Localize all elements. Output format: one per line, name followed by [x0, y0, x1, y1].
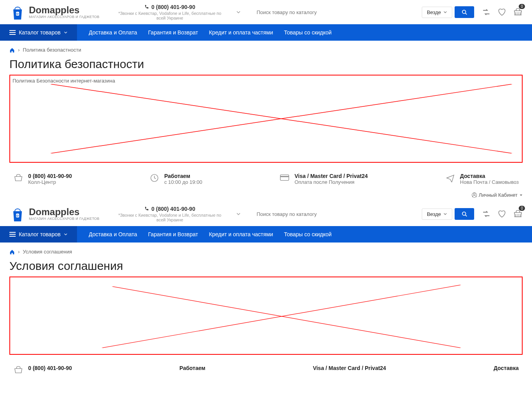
home-icon[interactable]	[9, 249, 15, 255]
phone-note: *Звонки с Киевстар, Vodafone и Life, бес…	[115, 11, 224, 20]
page-title: Политика безопастности	[0, 55, 532, 75]
page-title: Условия соглашения	[0, 257, 532, 277]
navbar: Каталог товаров Доставка и Оплата Гарант…	[0, 226, 532, 243]
breadcrumb-sep: ›	[18, 47, 20, 53]
plane-icon	[479, 365, 489, 375]
brand-tagline: МАГАЗИН АКСЕССУАРОВ И ГАДЖЕТОВ	[29, 15, 99, 19]
breadcrumb-current: Политика безопастности	[23, 47, 81, 53]
phone-note: *Звонки с Киевстар, Vodafone и Life, бес…	[115, 213, 224, 222]
svg-text:D: D	[16, 214, 19, 217]
phone-number: 0 (800) 401-90-90	[151, 4, 195, 10]
header-icons: 0	[482, 8, 523, 16]
nav-credit[interactable]: Кредит и оплата частями	[209, 231, 273, 237]
search-input[interactable]	[255, 208, 421, 220]
bag-icon: D	[9, 206, 26, 222]
cart-icon[interactable]: 0	[513, 8, 523, 16]
info-pay-sub: Оплата после Получения	[294, 179, 367, 185]
svg-point-17	[473, 193, 475, 195]
search-button[interactable]	[455, 208, 474, 220]
search-category-label: Везде	[427, 211, 441, 217]
svg-text:D: D	[16, 12, 19, 16]
info-hours-sub: с 10:00 до 19:00	[164, 179, 202, 185]
compare-icon[interactable]	[482, 9, 491, 16]
search-category-dropdown[interactable]: Везде	[422, 208, 452, 220]
info-phone-sub: Колл-Центр	[28, 179, 72, 185]
content-placeholder	[9, 277, 523, 355]
account-dropdown[interactable]: Личный Кабинет	[472, 192, 523, 198]
header-phone: 0 (800) 401-90-90 *Звонки с Киевстар, Vo…	[115, 206, 224, 222]
svg-line-3	[466, 13, 467, 15]
chevron-down-icon[interactable]	[236, 10, 241, 14]
header: D Domapples МАГАЗИН АКСЕССУАРОВ И ГАДЖЕТ…	[0, 0, 532, 24]
svg-point-2	[462, 10, 466, 14]
svg-line-22	[466, 215, 467, 217]
header: D Domapples МАГАЗИН АКСЕССУАРОВ И ГАДЖЕТ…	[0, 202, 532, 226]
placeholder-cross-icon	[10, 277, 522, 354]
chevron-down-icon[interactable]	[236, 212, 241, 216]
info-ship-title: Доставка	[494, 365, 519, 371]
phone-number: 0 (800) 401-90-90	[151, 206, 195, 212]
clock-icon	[149, 173, 159, 183]
brand-name: Domapples	[29, 207, 99, 217]
wishlist-icon[interactable]	[498, 210, 506, 218]
placeholder-cross-icon	[10, 75, 522, 162]
info-ship-sub: Нова Почта / Самовывоз	[460, 179, 519, 185]
info-ship-title: Доставка	[460, 173, 519, 179]
menu-icon	[9, 232, 16, 237]
home-icon[interactable]	[9, 47, 15, 53]
nav-sale[interactable]: Товары со скидкой	[284, 29, 332, 36]
card-icon	[298, 365, 308, 375]
menu-icon	[9, 30, 16, 35]
nav-delivery[interactable]: Доставка и Оплата	[89, 231, 137, 237]
info-pay-title: Visa / Master Card / Privat24	[294, 173, 367, 179]
phone-icon	[144, 5, 149, 9]
basket-icon	[13, 173, 23, 183]
cart-icon[interactable]: 0	[513, 210, 523, 218]
svg-line-13	[51, 84, 512, 153]
svg-line-31	[113, 287, 460, 348]
account-label: Личный Кабинет	[479, 192, 518, 198]
phone-icon	[144, 207, 149, 211]
header-phone: 0 (800) 401-90-90 *Звонки с Киевстар, Vo…	[115, 4, 224, 20]
info-pay-title: Visa / Master Card / Privat24	[313, 365, 386, 371]
user-icon	[472, 192, 477, 198]
cart-count-badge: 0	[519, 4, 525, 9]
compare-icon[interactable]	[482, 210, 491, 217]
search-category-dropdown[interactable]: Везде	[422, 7, 452, 18]
brand-tagline: МАГАЗИН АКСЕССУАРОВ И ГАДЖЕТОВ	[29, 217, 99, 221]
info-hours-title: Работаем	[179, 365, 205, 371]
catalog-label: Каталог товаров	[19, 29, 61, 36]
nav-warranty[interactable]: Гарантия и Возврат	[148, 29, 198, 36]
nav-warranty[interactable]: Гарантия и Возврат	[148, 231, 198, 237]
navbar: Каталог товаров Доставка и Оплата Гарант…	[0, 24, 532, 41]
search-input[interactable]	[255, 6, 421, 18]
page-terms: D Domapples МАГАЗИН АКСЕССУАРОВ И ГАДЖЕТ…	[0, 202, 532, 376]
info-phone-title: 0 (800) 401-90-90	[28, 365, 72, 371]
breadcrumb-sep: ›	[18, 249, 20, 255]
breadcrumb-current: Условия соглашения	[23, 249, 72, 255]
svg-rect-15	[281, 175, 289, 180]
page-security: D Domapples МАГАЗИН АКСЕССУАРОВ И ГАДЖЕТ…	[0, 0, 532, 202]
logo[interactable]: D Domapples МАГАЗИН АКСЕССУАРОВ И ГАДЖЕТ…	[9, 206, 99, 222]
wishlist-icon[interactable]	[498, 8, 506, 16]
header-icons: 0	[482, 210, 523, 218]
logo[interactable]: D Domapples МАГАЗИН АКСЕССУАРОВ И ГАДЖЕТ…	[9, 4, 99, 20]
search-area: Везде	[255, 208, 474, 220]
nav-delivery[interactable]: Доставка и Оплата	[89, 29, 137, 36]
breadcrumb: › Условия соглашения	[0, 243, 532, 257]
nav-sale[interactable]: Товары со скидкой	[284, 231, 332, 237]
info-strip: 0 (800) 401-90-90Колл-Центр Работаемс 10…	[0, 169, 532, 190]
info-strip: 0 (800) 401-90-90 Работаем Visa / Master…	[0, 361, 532, 376]
info-hours-title: Работаем	[164, 173, 202, 179]
chevron-down-icon	[64, 31, 68, 34]
search-icon	[462, 9, 467, 15]
card-icon	[279, 173, 290, 183]
search-button[interactable]	[455, 6, 474, 18]
caret-down-icon	[519, 194, 523, 197]
nav-credit[interactable]: Кредит и оплата частями	[209, 29, 273, 36]
catalog-dropdown[interactable]: Каталог товаров	[0, 24, 77, 41]
plane-icon	[445, 173, 455, 183]
catalog-dropdown[interactable]: Каталог товаров	[0, 226, 77, 243]
search-category-label: Везде	[427, 9, 441, 15]
content-placeholder: Политика Безопасности интернет-магазина	[9, 75, 523, 163]
